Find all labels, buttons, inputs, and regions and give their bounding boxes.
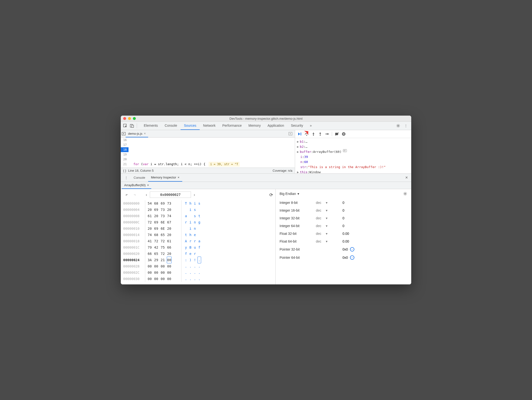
traffic-lights xyxy=(123,117,136,120)
hex-bytes[interactable]: 20696E20 xyxy=(145,225,181,232)
next-page-button[interactable]: › xyxy=(191,193,198,197)
drawer-more-icon[interactable]: ⋮ xyxy=(122,174,131,181)
hex-ascii[interactable]: Arra xyxy=(181,238,205,244)
tab-performance[interactable]: Performance xyxy=(219,122,245,130)
value-format-select[interactable]: dec▾ xyxy=(316,224,342,228)
redo-icon[interactable]: ↷ xyxy=(131,193,138,197)
tab-application[interactable]: Application xyxy=(264,122,288,130)
code-area[interactable]: 16 17 18 19 20 21 22 for (var i = str.le… xyxy=(121,138,295,168)
hex-address: 00000020 xyxy=(123,251,145,257)
pause-exceptions-button[interactable] xyxy=(340,131,347,137)
devtools-window: DevTools - memory-inspector.glitch.me/de… xyxy=(121,116,411,284)
drawer-tab-memory-inspector[interactable]: Memory Inspector × xyxy=(148,174,182,182)
hex-ascii[interactable]: .... xyxy=(181,269,205,276)
hex-bytes[interactable]: 72696E67 xyxy=(145,219,181,225)
hex-ascii[interactable]: fer xyxy=(181,251,205,257)
navigator-icon[interactable] xyxy=(122,132,126,136)
resume-button[interactable] xyxy=(296,131,303,137)
pretty-print-icon[interactable]: { } xyxy=(123,169,126,172)
inspect-icon[interactable] xyxy=(122,122,129,129)
value-value: 0 xyxy=(342,208,344,212)
prev-page-button[interactable]: ‹ xyxy=(143,193,150,197)
hex-address: 00000018 xyxy=(123,238,145,244)
value-format-select[interactable]: dec▾ xyxy=(316,201,342,205)
tab-elements[interactable]: Elements xyxy=(140,122,161,130)
value-format-select[interactable]: dec▾ xyxy=(316,216,342,220)
hex-bytes[interactable]: 54686973 xyxy=(145,200,181,207)
more-icon[interactable]: ⋮ xyxy=(403,122,409,129)
hex-ascii[interactable]: is xyxy=(181,207,205,213)
hex-bytes[interactable]: 3A292100 xyxy=(145,257,181,263)
hex-bytes[interactable]: 74686520 xyxy=(145,232,181,238)
chevron-down-icon: ▾ xyxy=(297,192,299,196)
step-button[interactable] xyxy=(324,131,330,137)
close-icon[interactable]: × xyxy=(144,132,146,135)
value-value: 0x0→ xyxy=(342,247,354,252)
hex-ascii[interactable]: in xyxy=(181,225,205,232)
tab-security[interactable]: Security xyxy=(288,122,307,130)
jump-to-address-icon[interactable]: → xyxy=(350,247,354,252)
svg-point-12 xyxy=(342,132,345,136)
svg-rect-6 xyxy=(301,133,301,135)
device-icon[interactable] xyxy=(129,122,135,129)
endian-select[interactable]: Big Endian ▾ xyxy=(280,192,299,196)
close-icon[interactable]: × xyxy=(178,176,180,179)
code-panel: demo-js.js × 16 17 18 19 20 21 22 xyxy=(121,130,295,173)
drawer-tab-console[interactable]: Console xyxy=(131,174,148,181)
step-out-button[interactable] xyxy=(317,131,324,137)
value-value: 0 xyxy=(342,224,344,228)
step-over-button[interactable] xyxy=(303,131,310,137)
scope-variables[interactable]: ▶b1: … ▶b2: … ▶buffer: ArrayBuffer(60) i… xyxy=(295,138,411,173)
value-value: 0 xyxy=(342,201,344,205)
file-tab-demo-js[interactable]: demo-js.js × xyxy=(126,130,148,137)
tab-sources[interactable]: Sources xyxy=(181,122,200,130)
svg-point-7 xyxy=(306,135,307,136)
value-type: Integer 8-bit xyxy=(280,201,316,205)
hex-table[interactable]: 0000000054686973This0000000420697320 is … xyxy=(123,200,273,282)
tab-console[interactable]: Console xyxy=(161,122,180,130)
scope-panel: ▶b1: … ▶b2: … ▶buffer: ArrayBuffer(60) i… xyxy=(295,130,411,173)
hex-ascii[interactable]: :)!. xyxy=(181,257,205,263)
hex-bytes[interactable]: 00000000 xyxy=(145,263,181,269)
hex-bytes[interactable]: 79427566 xyxy=(145,244,181,251)
maximize-window[interactable] xyxy=(133,117,136,120)
tab-memory[interactable]: Memory xyxy=(245,122,264,130)
tab-overflow[interactable]: » xyxy=(306,122,315,130)
hex-bytes[interactable]: 00000000 xyxy=(145,269,181,276)
tab-network[interactable]: Network xyxy=(200,122,219,130)
jump-to-address-icon[interactable]: → xyxy=(350,255,354,260)
values-settings-icon[interactable] xyxy=(403,192,407,196)
settings-icon[interactable] xyxy=(395,122,402,129)
close-window[interactable] xyxy=(123,117,126,120)
hex-ascii[interactable]: the xyxy=(181,232,205,238)
step-into-button[interactable] xyxy=(310,131,317,137)
hex-ascii[interactable]: .... xyxy=(181,263,205,269)
hex-bytes[interactable]: 00000000 xyxy=(145,276,181,282)
snippets-icon[interactable] xyxy=(289,132,294,136)
close-icon[interactable]: × xyxy=(147,183,149,187)
hex-bytes[interactable]: 61207374 xyxy=(145,213,181,219)
hex-ascii[interactable]: .... xyxy=(181,276,205,282)
address-input[interactable] xyxy=(150,192,191,198)
hex-bytes[interactable]: 66657220 xyxy=(145,251,181,257)
hex-address: 00000010 xyxy=(123,225,145,232)
memory-inspector-tabs: ArrayBuffer(60) × xyxy=(121,182,411,189)
hex-bytes[interactable]: 20697320 xyxy=(145,207,181,213)
undo-icon[interactable]: ↶ xyxy=(123,193,130,197)
hex-ascii[interactable]: ring xyxy=(181,219,205,225)
hex-bytes[interactable]: 41727261 xyxy=(145,238,181,244)
deactivate-breakpoints-button[interactable] xyxy=(334,131,340,137)
reveal-in-memory-icon[interactable] xyxy=(343,149,347,152)
value-format-select[interactable]: dec▾ xyxy=(316,232,342,236)
minimize-window[interactable] xyxy=(128,117,131,120)
hex-ascii[interactable]: a st xyxy=(181,213,205,219)
hex-address: 0000002C xyxy=(123,269,145,276)
refresh-icon[interactable]: ⟳ xyxy=(269,192,273,197)
hex-ascii[interactable]: This xyxy=(181,200,205,207)
mi-tab-arraybuffer[interactable]: ArrayBuffer(60) × xyxy=(122,182,151,189)
hex-ascii[interactable]: yBuf xyxy=(181,244,205,251)
file-tab-label: demo-js.js xyxy=(128,132,142,135)
close-drawer-button[interactable]: × xyxy=(403,175,410,180)
value-format-select[interactable]: dec▾ xyxy=(316,239,342,243)
value-format-select[interactable]: dec▾ xyxy=(316,208,342,212)
